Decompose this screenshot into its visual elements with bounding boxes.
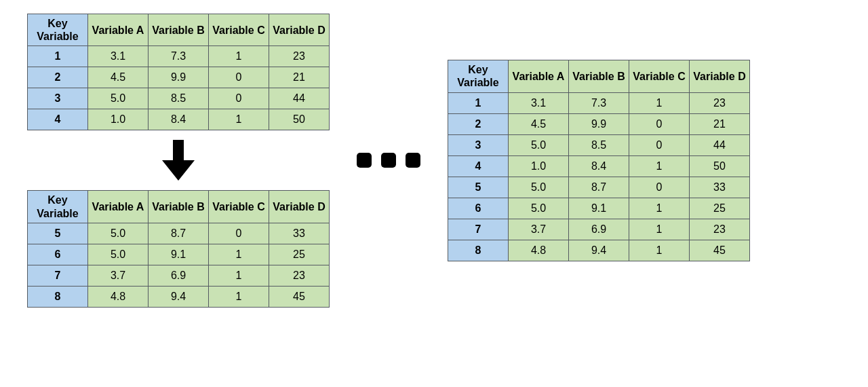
merged-table: Key Variable Variable A Variable B Varia… <box>448 60 750 261</box>
cell-a: 4.5 <box>509 113 569 134</box>
table-row: 4 1.0 8.4 1 50 <box>448 155 750 177</box>
table-row: 4 1.0 8.4 1 50 <box>28 109 330 130</box>
cell-a: 3.7 <box>88 265 149 286</box>
table-row: 3 5.0 8.5 0 44 <box>448 134 750 155</box>
header-key: Key Variable <box>28 14 88 46</box>
cell-key: 7 <box>28 265 88 286</box>
cell-c: 1 <box>209 46 269 67</box>
cell-a: 1.0 <box>509 155 569 177</box>
cell-key: 5 <box>28 223 88 244</box>
header-a: Variable A <box>509 60 569 92</box>
table-row: 2 4.5 9.9 0 21 <box>448 113 750 134</box>
cell-d: 45 <box>690 240 750 261</box>
cell-key: 8 <box>28 286 88 307</box>
cell-c: 0 <box>209 88 269 109</box>
cell-d: 21 <box>269 67 330 88</box>
cell-c: 1 <box>629 240 690 261</box>
cell-b: 9.4 <box>149 286 209 307</box>
table-row: 6 5.0 9.1 1 25 <box>448 198 750 219</box>
cell-a: 5.0 <box>88 88 149 109</box>
cell-d: 33 <box>269 223 330 244</box>
cell-b: 8.7 <box>569 177 629 198</box>
cell-d: 45 <box>269 286 330 307</box>
cell-b: 8.7 <box>149 223 209 244</box>
cell-a: 5.0 <box>88 244 149 265</box>
table-row: 7 3.7 6.9 1 23 <box>28 265 330 286</box>
cell-key: 2 <box>28 67 88 88</box>
header-c: Variable C <box>209 191 269 223</box>
cell-b: 6.9 <box>149 265 209 286</box>
dot-icon <box>406 153 420 168</box>
cell-b: 8.5 <box>569 134 629 155</box>
table-row: 1 3.1 7.3 1 23 <box>28 46 330 67</box>
right-column: Key Variable Variable A Variable B Varia… <box>448 60 750 261</box>
table-header-row: Key Variable Variable A Variable B Varia… <box>28 14 330 46</box>
table-header-row: Key Variable Variable A Variable B Varia… <box>448 60 750 92</box>
cell-a: 5.0 <box>509 177 569 198</box>
cell-c: 0 <box>209 223 269 244</box>
cell-a: 5.0 <box>88 223 149 244</box>
cell-b: 9.4 <box>569 240 629 261</box>
top-table: Key Variable Variable A Variable B Varia… <box>27 14 330 130</box>
cell-c: 0 <box>209 67 269 88</box>
cell-c: 1 <box>629 155 690 177</box>
cell-d: 21 <box>690 113 750 134</box>
cell-key: 4 <box>28 109 88 130</box>
cell-d: 50 <box>269 109 330 130</box>
cell-d: 44 <box>690 134 750 155</box>
table-row: 8 4.8 9.4 1 45 <box>448 240 750 261</box>
cell-d: 25 <box>269 244 330 265</box>
cell-c: 0 <box>629 134 690 155</box>
cell-c: 1 <box>209 244 269 265</box>
cell-a: 4.8 <box>88 286 149 307</box>
table-row: 6 5.0 9.1 1 25 <box>28 244 330 265</box>
cell-c: 0 <box>629 113 690 134</box>
cell-d: 23 <box>690 92 750 113</box>
cell-d: 25 <box>690 198 750 219</box>
cell-key: 1 <box>448 92 509 113</box>
arrow-down-icon <box>162 140 195 181</box>
left-column: Key Variable Variable A Variable B Varia… <box>27 14 330 308</box>
cell-key: 6 <box>28 244 88 265</box>
cell-key: 1 <box>28 46 88 67</box>
header-d: Variable D <box>690 60 750 92</box>
cell-b: 7.3 <box>149 46 209 67</box>
table-row: 2 4.5 9.9 0 21 <box>28 67 330 88</box>
header-a: Variable A <box>88 191 149 223</box>
header-b: Variable B <box>149 14 209 46</box>
cell-c: 1 <box>629 92 690 113</box>
table-row: 7 3.7 6.9 1 23 <box>448 219 750 240</box>
cell-key: 3 <box>448 134 509 155</box>
cell-b: 9.9 <box>149 67 209 88</box>
dot-icon <box>381 153 396 168</box>
cell-d: 23 <box>690 219 750 240</box>
header-c: Variable C <box>209 14 269 46</box>
cell-d: 44 <box>269 88 330 109</box>
cell-b: 9.1 <box>149 244 209 265</box>
header-b: Variable B <box>149 191 209 223</box>
bottom-table: Key Variable Variable A Variable B Varia… <box>27 190 330 307</box>
cell-b: 7.3 <box>569 92 629 113</box>
cell-key: 2 <box>448 113 509 134</box>
cell-c: 1 <box>209 109 269 130</box>
diagram-container: Key Variable Variable A Variable B Varia… <box>27 14 841 308</box>
cell-key: 5 <box>448 177 509 198</box>
table-row: 1 3.1 7.3 1 23 <box>448 92 750 113</box>
cell-d: 50 <box>690 155 750 177</box>
cell-c: 1 <box>629 219 690 240</box>
table-row: 3 5.0 8.5 0 44 <box>28 88 330 109</box>
cell-d: 23 <box>269 46 330 67</box>
header-key: Key Variable <box>28 191 88 223</box>
cell-key: 6 <box>448 198 509 219</box>
cell-key: 8 <box>448 240 509 261</box>
cell-key: 7 <box>448 219 509 240</box>
header-d: Variable D <box>269 191 330 223</box>
cell-d: 33 <box>690 177 750 198</box>
header-c: Variable C <box>629 60 690 92</box>
cell-a: 3.1 <box>509 92 569 113</box>
cell-a: 5.0 <box>509 198 569 219</box>
cell-a: 5.0 <box>509 134 569 155</box>
cell-d: 23 <box>269 265 330 286</box>
cell-c: 1 <box>209 286 269 307</box>
table-row: 8 4.8 9.4 1 45 <box>28 286 330 307</box>
